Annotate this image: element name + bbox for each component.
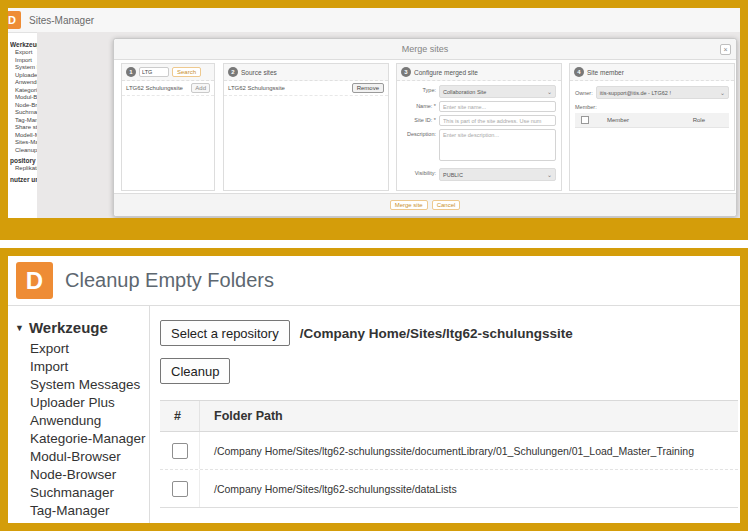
cancel-button[interactable]: Cancel <box>432 200 461 210</box>
tools-sidebar: ▼ Werkzeuge Export Import System Message… <box>8 306 150 523</box>
sidebar-item-uploader-plus[interactable]: Uploader Plus <box>30 394 149 412</box>
screenshot-canvas: D Sites-Manager Werkzeug Export Import S… <box>0 0 748 531</box>
page-title: Cleanup Empty Folders <box>65 256 274 305</box>
window-header: D Sites-Manager <box>8 8 740 33</box>
chevron-down-icon: ⌄ <box>547 171 552 178</box>
sidebar-item-tag-manager[interactable]: Tag-Manager <box>30 502 149 520</box>
step-number-badge: 3 <box>401 67 411 77</box>
folders-table: # Folder Path /Company Home/Sites/ltg62-… <box>160 400 738 508</box>
search-result-row: LTG62 Schulungssite Add <box>122 81 214 96</box>
app-logo: D <box>3 11 21 29</box>
panel-4-header: 4 Site member <box>570 64 734 81</box>
role-column-header: Role <box>693 117 705 123</box>
member-table-header: Member Role <box>575 113 729 128</box>
panel-3-header: 3 Configure merged site <box>397 64 561 81</box>
app-logo: D <box>16 262 53 299</box>
panel-2-title: Source sites <box>241 69 277 76</box>
owner-label: Owner: <box>575 90 593 96</box>
dialog-title-bar: Merge sites <box>114 39 736 60</box>
source-site-row: LTG62 Schulungssite Remove <box>224 81 388 96</box>
panel-2-header: 2 Source sites <box>224 64 388 81</box>
remove-button[interactable]: Remove <box>352 83 384 93</box>
row-checkbox[interactable] <box>172 481 188 497</box>
main-content: Select a repository /Company Home/Sites/… <box>150 306 740 523</box>
dialog-footer: Merge site Cancel <box>114 193 736 216</box>
page-header: D Cleanup Empty Folders <box>8 256 740 306</box>
member-column-header: Member <box>607 117 629 123</box>
site-id-label: Site ID: * <box>402 117 436 123</box>
visibility-select-value: PUBLIC <box>443 172 463 178</box>
folder-path-cell: /Company Home/Sites/ltg62-schulungssite/… <box>200 483 457 495</box>
sidebar-section-werkzeuge[interactable]: ▼ Werkzeuge <box>8 318 149 338</box>
cleanup-folders-window: D Cleanup Empty Folders ▼ Werkzeuge Expo… <box>0 248 748 531</box>
site-id-input[interactable] <box>439 115 556 126</box>
cleanup-button[interactable]: Cleanup <box>160 358 230 384</box>
sidebar-item-node-browser[interactable]: Node-Browser <box>30 466 149 484</box>
repository-row: Select a repository /Company Home/Sites/… <box>160 320 573 346</box>
select-repository-button[interactable]: Select a repository <box>160 320 290 346</box>
type-select[interactable]: Collaboration Site ⌄ <box>439 85 556 98</box>
search-button[interactable]: Search <box>172 67 201 77</box>
merge-sites-dialog: Merge sites × 1 Search LTG62 Schulungssi… <box>113 38 737 217</box>
type-select-value: Collaboration Site <box>443 89 486 95</box>
sites-manager-window: D Sites-Manager Werkzeug Export Import S… <box>0 0 748 240</box>
sidebar-item-system-messages[interactable]: System Messages <box>30 376 149 394</box>
owner-select-value: itis-support@itis.de - LTG62 ! <box>600 90 671 96</box>
chevron-down-icon: ⌄ <box>720 89 725 96</box>
sidebar-item-modul-browser[interactable]: Modul-Browser <box>30 448 149 466</box>
panel-site-search: 1 Search LTG62 Schulungssite Add <box>121 63 215 191</box>
window-title: Sites-Manager <box>29 8 94 33</box>
step-number-badge: 2 <box>228 67 238 77</box>
site-name-input[interactable] <box>439 101 556 112</box>
triangle-down-icon: ▼ <box>15 318 24 338</box>
visibility-select[interactable]: PUBLIC ⌄ <box>439 168 556 181</box>
table-header-row: # Folder Path <box>160 400 738 432</box>
folder-path-cell: /Company Home/Sites/ltg62-schulungssite/… <box>200 445 694 457</box>
panel-4-title: Site member <box>587 69 624 76</box>
select-all-checkbox[interactable] <box>581 116 589 124</box>
description-label: Description: <box>402 131 436 137</box>
folder-path-column-header: Folder Path <box>200 409 283 423</box>
panel-configure-site: 3 Configure merged site Type: Collaborat… <box>396 63 562 191</box>
number-column-header: # <box>160 401 200 431</box>
sidebar-section-label: Werkzeuge <box>29 318 108 338</box>
row-checkbox[interactable] <box>172 443 188 459</box>
sidebar-item-kategorie-manager[interactable]: Kategorie-Manager <box>30 430 149 448</box>
configure-site-form: Type: Collaboration Site ⌄ Name: * Site … <box>397 81 561 185</box>
sidebar-item-import[interactable]: Import <box>30 358 149 376</box>
add-button[interactable]: Add <box>191 83 210 93</box>
type-label: Type: <box>402 87 436 93</box>
description-textarea[interactable] <box>439 129 556 161</box>
step-number-badge: 1 <box>126 67 136 77</box>
close-icon[interactable]: × <box>720 44 731 55</box>
merge-site-button[interactable]: Merge site <box>390 200 428 210</box>
sidebar-item-export[interactable]: Export <box>30 340 149 358</box>
sidebar-items: Export Import System Messages Uploader P… <box>8 340 149 520</box>
sidebar-item-suchmanager[interactable]: Suchmanager <box>30 484 149 502</box>
step-number-badge: 4 <box>574 67 584 77</box>
panel-3-title: Configure merged site <box>414 69 478 76</box>
site-search-input[interactable] <box>139 67 169 77</box>
member-label: Member: <box>575 104 597 110</box>
search-result-label: LTG62 Schulungssite <box>126 85 183 91</box>
table-row: /Company Home/Sites/ltg62-schulungssite/… <box>160 432 738 470</box>
visibility-label: Visibility: <box>402 170 436 176</box>
source-site-label: LTG62 Schulungssite <box>228 85 285 91</box>
chevron-down-icon: ⌄ <box>547 88 552 95</box>
panel-site-member: 4 Site member Owner: itis-support@itis.d… <box>569 63 735 191</box>
name-label: Name: * <box>402 103 436 109</box>
sidebar-item-anwendung[interactable]: Anwendung <box>30 412 149 430</box>
repository-path: /Company Home/Sites/ltg62-schulungssite <box>300 326 573 341</box>
panel-source-sites: 2 Source sites LTG62 Schulungssite Remov… <box>223 63 389 191</box>
panel-1-header: 1 Search <box>122 64 214 81</box>
dialog-title: Merge sites <box>114 39 736 59</box>
owner-select[interactable]: itis-support@itis.de - LTG62 ! ⌄ <box>596 86 729 99</box>
table-row: /Company Home/Sites/ltg62-schulungssite/… <box>160 470 738 508</box>
